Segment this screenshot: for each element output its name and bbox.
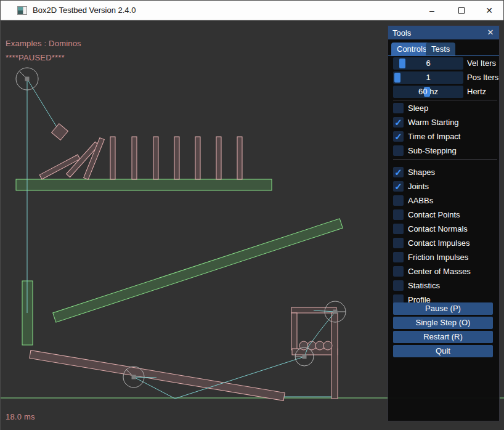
checkbox-box[interactable]: ✓	[393, 145, 404, 156]
checkbox-box[interactable]: ✓	[393, 224, 404, 234]
checkbox-box[interactable]: ✓	[393, 103, 404, 113]
vel-iters-label: Vel Iters	[467, 57, 496, 70]
checkbox-shapes[interactable]: ✓ Shapes	[388, 166, 499, 180]
example-label: Examples : Dominos	[6, 39, 81, 48]
minimize-icon[interactable]: –	[418, 1, 446, 20]
hertz-slider[interactable]: 60 hz Hertz	[388, 86, 499, 98]
checkbox-joints[interactable]: ✓ Joints	[388, 180, 499, 194]
checkbox-sub-stepping[interactable]: ✓ Sub-Stepping	[388, 144, 499, 158]
pos-iters-label: Pos Iters	[467, 71, 498, 84]
tools-title: Tools	[392, 28, 411, 38]
tilted-platform	[53, 219, 343, 322]
tab-underline	[388, 55, 499, 56]
close-icon[interactable]: ✕	[475, 1, 503, 20]
window-title: Box2D Testbed Version 2.4.0	[33, 6, 136, 15]
checkbox-box[interactable]: ✓	[393, 209, 404, 220]
tab-tests[interactable]: Tests	[426, 43, 455, 55]
checkbox-warm-starting[interactable]: ✓ Warm Starting	[388, 116, 499, 130]
checkbox-box[interactable]: ✓	[393, 280, 404, 291]
tools-panel: Tools ✕ Controls Tests 6 Vel Iters 1 Pos…	[388, 25, 500, 421]
vel-iters-slider[interactable]: 6 Vel Iters	[388, 57, 499, 70]
hertz-value: 60 hz	[393, 86, 463, 98]
checkbox-box[interactable]: ✓	[393, 238, 404, 248]
single-step-button[interactable]: Single Step (O)	[393, 317, 493, 329]
vel-iters-value: 6	[393, 57, 463, 70]
checkbox-box[interactable]: ✓	[393, 117, 404, 128]
separator	[393, 159, 497, 160]
checkbox-contact-impulses[interactable]: ✓ Contact Impulses	[388, 237, 499, 251]
checkbox-box[interactable]: ✓	[393, 266, 404, 277]
checkbox-box[interactable]: ✓	[393, 252, 404, 262]
tools-titlebar[interactable]: Tools ✕	[388, 26, 499, 39]
quit-button[interactable]: Quit	[393, 345, 493, 357]
standing-dominos	[110, 137, 242, 179]
pos-iters-slider[interactable]: 1 Pos Iters	[388, 71, 499, 84]
frame-time-label: 18.0 ms	[6, 412, 35, 421]
checkbox-box[interactable]: ✓	[393, 195, 404, 206]
paused-label: ****PAUSED****	[6, 53, 65, 62]
checkbox-sleep[interactable]: ✓ Sleep	[388, 102, 499, 116]
pendulum-box	[52, 124, 68, 140]
checkbox-time-of-impact[interactable]: ✓ Time of Impact	[388, 130, 499, 144]
checkbox-statistics[interactable]: ✓ Statistics	[388, 279, 499, 293]
checkbox-aabbs[interactable]: ✓ AABBs	[388, 194, 499, 208]
window-titlebar: Box2D Testbed Version 2.4.0 – ✕	[1, 1, 503, 20]
checkbox-box[interactable]: ✓	[393, 131, 404, 142]
maximize-icon[interactable]	[447, 1, 476, 20]
app-icon	[17, 6, 27, 15]
separator	[393, 100, 497, 100]
checkbox-contact-points[interactable]: ✓ Contact Points	[388, 208, 499, 222]
checkbox-box[interactable]: ✓	[393, 181, 404, 192]
restart-button[interactable]: Restart (R)	[393, 331, 493, 343]
checkbox-box[interactable]: ✓	[393, 167, 404, 177]
pause-button[interactable]: Pause (P)	[393, 302, 493, 315]
application-window: Box2D Testbed Version 2.4.0 – ✕	[0, 0, 504, 430]
checkbox-center-of-masses[interactable]: ✓ Center of Masses	[388, 265, 499, 279]
pos-iters-value: 1	[393, 71, 463, 84]
simulation-canvas[interactable]: Examples : Dominos ****PAUSED**** 18.0 m…	[1, 20, 504, 430]
tools-close-icon[interactable]: ✕	[485, 27, 496, 38]
checkbox-friction-impulses[interactable]: ✓ Friction Impulses	[388, 251, 499, 265]
hertz-label: Hertz	[467, 86, 486, 98]
fallen-dominos	[39, 138, 104, 180]
domino-platform	[16, 179, 272, 190]
checkbox-contact-normals[interactable]: ✓ Contact Normals	[388, 222, 499, 237]
